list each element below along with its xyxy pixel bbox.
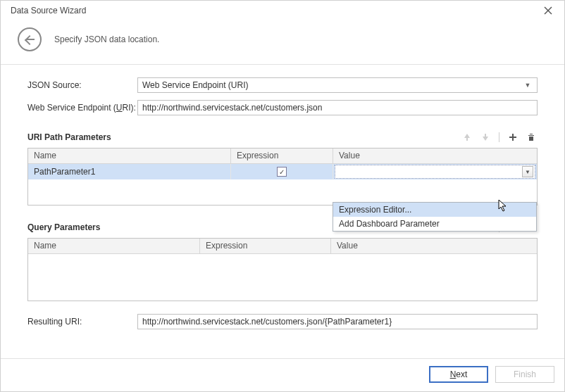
resulting-uri-output [137, 314, 538, 329]
wizard-header: Specify JSON data location. [1, 20, 564, 65]
plus-icon [509, 133, 517, 141]
json-source-row: JSON Source: Web Service Endpoint (URI) … [27, 77, 538, 93]
arrow-left-icon [25, 34, 35, 44]
query-params-grid: Name Expression Value [27, 238, 538, 301]
endpoint-input[interactable] [137, 100, 538, 115]
chevron-down-icon: ▼ [525, 169, 530, 175]
add-button[interactable] [507, 131, 519, 144]
grid-header: Name Expression Value [28, 239, 537, 254]
uri-params-toolbar [461, 131, 538, 144]
uri-params-grid: Name Expression Value PathParameter1 ✓ [27, 148, 538, 206]
grid-header: Name Expression Value [28, 148, 537, 164]
uri-params-section: URI Path Parameters [27, 131, 538, 206]
cell-expression[interactable]: ✓ [231, 164, 333, 179]
close-button[interactable] [539, 1, 557, 20]
dropdown-item-expression-editor[interactable]: Expression Editor... [333, 203, 536, 217]
expression-checkbox[interactable]: ✓ [277, 167, 287, 177]
window-title: Data Source Wizard [11, 6, 86, 15]
query-params-section: Query Parameters [27, 221, 538, 301]
wizard-window: Data Source Wizard Specify JSON data loc… [0, 0, 565, 392]
endpoint-label: Web Service Endpoint (URI): [27, 103, 137, 113]
move-down-button[interactable] [479, 131, 492, 144]
cell-name[interactable]: PathParameter1 [28, 164, 231, 179]
value-dropdown-popup: Expression Editor... Add Dashboard Param… [333, 202, 537, 232]
col-value[interactable]: Value [333, 148, 537, 163]
col-value[interactable]: Value [331, 239, 537, 253]
value-input[interactable] [338, 166, 522, 177]
wizard-subtitle: Specify JSON data location. [54, 34, 159, 44]
cell-value[interactable]: ▼ [333, 164, 537, 179]
arrow-down-icon [482, 133, 489, 141]
wizard-footer: Next Finish [1, 358, 564, 391]
next-button[interactable]: Next [429, 366, 488, 383]
value-dropdown-button[interactable]: ▼ [522, 166, 533, 177]
json-source-combo[interactable]: Web Service Endpoint (URI) ▼ [137, 77, 538, 93]
json-source-value: Web Service Endpoint (URI) [142, 80, 523, 90]
toolbar-separator [499, 132, 499, 142]
resulting-uri-row: Resulting URI: [27, 314, 538, 329]
value-editor[interactable]: ▼ [335, 165, 535, 179]
back-button[interactable] [18, 27, 42, 51]
close-icon [544, 6, 552, 15]
col-name[interactable]: Name [28, 239, 200, 253]
delete-button[interactable] [525, 131, 538, 144]
col-expression[interactable]: Expression [200, 239, 331, 253]
uri-params-title: URI Path Parameters [27, 132, 461, 142]
col-name[interactable]: Name [28, 148, 231, 163]
chevron-down-icon: ▼ [523, 82, 533, 89]
col-expression[interactable]: Expression [231, 148, 333, 163]
arrow-up-icon [464, 133, 471, 141]
endpoint-row: Web Service Endpoint (URI): [27, 100, 538, 115]
grid-body [28, 254, 537, 301]
finish-button[interactable]: Finish [495, 366, 554, 383]
resulting-uri-label: Resulting URI: [27, 317, 137, 327]
grid-body: PathParameter1 ✓ ▼ [28, 164, 537, 205]
trash-icon [527, 133, 535, 141]
titlebar: Data Source Wizard [1, 1, 564, 20]
move-up-button[interactable] [461, 131, 473, 144]
table-row[interactable]: PathParameter1 ✓ ▼ [28, 164, 537, 179]
json-source-label: JSON Source: [27, 80, 137, 90]
dropdown-item-add-dashboard-parameter[interactable]: Add Dashboard Parameter [333, 217, 536, 231]
